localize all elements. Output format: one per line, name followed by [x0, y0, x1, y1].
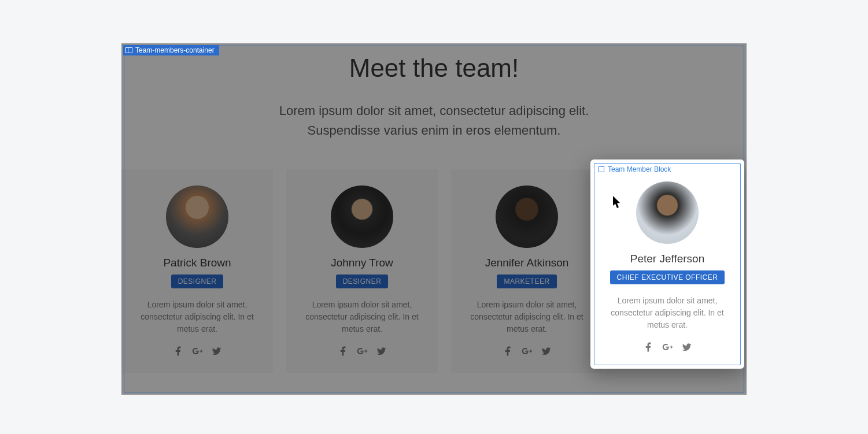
member-name: Peter Jefferson [601, 253, 734, 265]
section-heading: Meet the team! [121, 54, 747, 83]
google-plus-icon[interactable] [192, 346, 203, 359]
subheading-line-1: Lorem ipsum dolor sit amet, consectetur … [279, 103, 589, 118]
member-name: Johnny Trow [297, 257, 427, 269]
member-bio: Lorem ipsum dolor sit amet, consectetur … [461, 299, 592, 335]
team-member-card[interactable]: Jennifer Atkinson MARKETEER Lorem ipsum … [451, 169, 603, 373]
social-links [132, 346, 263, 359]
social-links [601, 342, 734, 355]
member-role-badge: CHIEF EXECUTIVE OFFICER [610, 270, 725, 284]
subheading-line-2: Suspendisse varius enim in eros elementu… [308, 123, 561, 138]
container-selection-tag[interactable]: Team-members-container [123, 45, 219, 55]
facebook-icon[interactable] [173, 346, 184, 359]
member-bio: Lorem ipsum dolor sit amet, consectetur … [297, 299, 427, 335]
member-role-badge: DESIGNER [171, 275, 224, 288]
google-plus-icon[interactable] [662, 342, 673, 355]
member-role-badge: DESIGNER [336, 275, 389, 288]
twitter-icon[interactable] [681, 342, 692, 355]
facebook-icon[interactable] [338, 346, 349, 359]
twitter-icon[interactable] [541, 346, 552, 359]
member-bio: Lorem ipsum dolor sit amet, consectetur … [132, 299, 263, 335]
member-name: Patrick Brown [132, 257, 263, 269]
block-tag-text: Team Member Block [608, 165, 671, 173]
avatar-image [331, 186, 393, 248]
member-name: Jennifer Atkinson [461, 257, 592, 269]
team-member-card-selected[interactable]: Team Member Block Peter Jefferson CHIEF … [590, 159, 744, 369]
twitter-icon[interactable] [376, 346, 387, 359]
member-bio: Lorem ipsum dolor sit amet, consectetur … [601, 295, 734, 331]
section-subheading: Lorem ipsum dolor sit amet, consectetur … [121, 101, 747, 140]
avatar-image [636, 181, 699, 244]
team-member-card[interactable]: Patrick Brown DESIGNER Lorem ipsum dolor… [121, 169, 273, 373]
avatar-image [166, 186, 228, 248]
avatar-image [496, 186, 558, 248]
team-member-card[interactable]: Johnny Trow DESIGNER Lorem ipsum dolor s… [286, 169, 438, 373]
design-canvas: Meet the team! Lorem ipsum dolor sit ame… [121, 43, 747, 395]
block-icon [599, 166, 604, 172]
social-links [297, 346, 427, 359]
container-icon [125, 47, 132, 53]
social-links [461, 346, 592, 359]
facebook-icon[interactable] [643, 342, 654, 355]
google-plus-icon[interactable] [357, 346, 368, 359]
container-tag-text: Team-members-container [135, 46, 215, 54]
facebook-icon[interactable] [503, 346, 514, 359]
google-plus-icon[interactable] [522, 346, 533, 359]
twitter-icon[interactable] [211, 346, 222, 359]
block-selection-tag[interactable]: Team Member Block [599, 165, 671, 173]
member-role-badge: MARKETEER [497, 275, 556, 288]
